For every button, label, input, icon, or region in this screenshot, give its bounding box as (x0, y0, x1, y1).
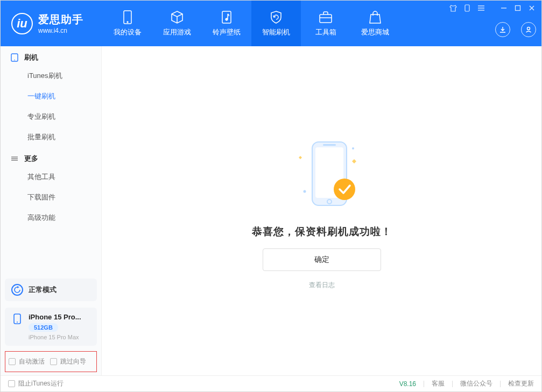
music-note-icon (221, 10, 233, 24)
tablet-icon (10, 53, 19, 62)
svg-rect-26 (323, 144, 336, 146)
wechat-link[interactable]: 微信公众号 (460, 379, 492, 388)
nav-label: 工具箱 (315, 27, 336, 37)
device-capacity-badge: 512GB (29, 323, 58, 332)
more-lines-icon (10, 154, 19, 163)
header-right (449, 1, 541, 46)
svg-rect-4 (320, 15, 332, 23)
shopping-bag-icon (369, 10, 382, 24)
checkbox-icon (50, 358, 57, 365)
checkbox-icon (8, 380, 15, 387)
nav-label: 爱思商城 (361, 27, 389, 37)
checkbox-label: 跳过向导 (60, 357, 86, 366)
svg-rect-2 (222, 11, 231, 23)
svg-point-14 (527, 27, 530, 30)
nav-label: 我的设备 (114, 27, 142, 37)
menu-icon[interactable] (477, 4, 485, 12)
app-logo-block: iu 爱思助手 www.i4.cn (1, 1, 103, 46)
sidebar-item-batch-flash[interactable]: 批量刷机 (1, 127, 101, 147)
nav-my-device[interactable]: 我的设备 (103, 1, 152, 46)
top-nav: 我的设备 应用游戏 铃声壁纸 智能刷机 工具箱 (103, 1, 400, 46)
auto-activate-checkbox[interactable]: 自动激活 (9, 357, 45, 366)
sidebar-item-other-tools[interactable]: 其他工具 (1, 167, 101, 187)
device-model: iPhone 15 Pro Max (29, 334, 81, 340)
nav-ringtone-wallpaper[interactable]: 铃声壁纸 (202, 1, 251, 46)
sidebar-item-download-firmware[interactable]: 下载固件 (1, 187, 101, 208)
refresh-icon (11, 284, 23, 296)
sidebar-group-more[interactable]: 更多 (1, 147, 101, 167)
svg-point-23 (352, 147, 354, 149)
window-controls (449, 4, 536, 12)
view-log-link[interactable]: 查看日志 (309, 281, 335, 290)
support-link[interactable]: 客服 (432, 379, 445, 388)
main-content: 恭喜您，保资料刷机成功啦！ 确定 查看日志 (102, 46, 541, 375)
app-logo-text: 爱思助手 www.i4.cn (38, 12, 83, 34)
nav-store[interactable]: 爱思商城 (350, 1, 400, 46)
app-url: www.i4.cn (38, 27, 83, 34)
checkbox-label: 阻止iTunes运行 (18, 379, 64, 388)
svg-rect-6 (465, 5, 469, 11)
sidebar-group-title: 刷机 (24, 53, 38, 62)
svg-point-1 (127, 21, 128, 22)
header-bar: iu 爱思助手 www.i4.cn 我的设备 应用游戏 铃声壁纸 (1, 1, 541, 46)
device-phone-icon (11, 313, 23, 325)
nav-label: 智能刷机 (262, 27, 290, 37)
success-headline: 恭喜您，保资料刷机成功啦！ (252, 225, 392, 239)
svg-point-21 (17, 322, 18, 323)
app-name: 爱思助手 (38, 12, 83, 27)
user-icon[interactable] (521, 22, 536, 37)
skip-wizard-checkbox[interactable]: 跳过向导 (50, 357, 86, 366)
flash-result: 恭喜您，保资料刷机成功啦！ 确定 查看日志 (252, 132, 392, 290)
version-label: V8.16 (399, 380, 416, 388)
sidebar-item-pro-flash[interactable]: 专业刷机 (1, 106, 101, 127)
separator (424, 381, 424, 387)
close-button[interactable] (527, 4, 536, 12)
options-highlight-box: 自动激活 跳过向导 (5, 351, 97, 372)
svg-rect-11 (516, 6, 520, 11)
briefcase-icon (319, 10, 333, 24)
nav-smart-flash[interactable]: 智能刷机 (251, 1, 301, 46)
sidebar-item-oneclick-flash[interactable]: 一键刷机 (1, 86, 101, 106)
download-icon[interactable] (495, 22, 510, 37)
skin-icon[interactable] (449, 4, 457, 12)
nav-apps-games[interactable]: 应用游戏 (152, 1, 202, 46)
phone-small-icon[interactable] (463, 4, 471, 12)
maximize-button[interactable] (513, 4, 522, 12)
nav-label: 铃声壁纸 (213, 27, 241, 37)
cube-icon (170, 10, 184, 24)
nav-label: 应用游戏 (163, 27, 191, 37)
body: 刷机 iTunes刷机 一键刷机 专业刷机 批量刷机 更多 其他工具 下载固件 … (1, 46, 541, 375)
svg-point-28 (334, 179, 355, 200)
device-name: iPhone 15 Pro... (29, 313, 81, 321)
status-card[interactable]: 正常模式 (5, 279, 97, 301)
sidebar: 刷机 iTunes刷机 一键刷机 专业刷机 批量刷机 更多 其他工具 下载固件 … (1, 46, 102, 375)
refresh-shield-icon (269, 10, 283, 24)
status-label: 正常模式 (29, 285, 57, 295)
svg-point-22 (303, 190, 306, 193)
sidebar-item-itunes-flash[interactable]: iTunes刷机 (1, 66, 101, 86)
svg-point-16 (14, 60, 15, 61)
check-update-link[interactable]: 检查更新 (508, 379, 534, 388)
separator (452, 381, 453, 387)
checkbox-label: 自动激活 (19, 357, 45, 366)
svg-point-3 (226, 18, 228, 20)
separator (500, 381, 501, 387)
device-card[interactable]: iPhone 15 Pro... 512GB iPhone 15 Pro Max (5, 308, 97, 346)
confirm-button[interactable]: 确定 (263, 248, 381, 271)
app-logo-icon: iu (11, 13, 33, 34)
nav-toolbox[interactable]: 工具箱 (301, 1, 350, 46)
block-itunes-checkbox[interactable]: 阻止iTunes运行 (8, 379, 64, 388)
checkbox-icon (9, 358, 16, 365)
sidebar-group-title: 更多 (24, 154, 38, 163)
success-illustration (284, 132, 360, 215)
footer-bar: 阻止iTunes运行 V8.16 客服 微信公众号 检查更新 (1, 375, 541, 391)
phone-icon (122, 10, 133, 24)
minimize-button[interactable] (499, 4, 508, 12)
sidebar-group-flash[interactable]: 刷机 (1, 46, 101, 66)
sidebar-item-advanced[interactable]: 高级功能 (1, 208, 101, 228)
